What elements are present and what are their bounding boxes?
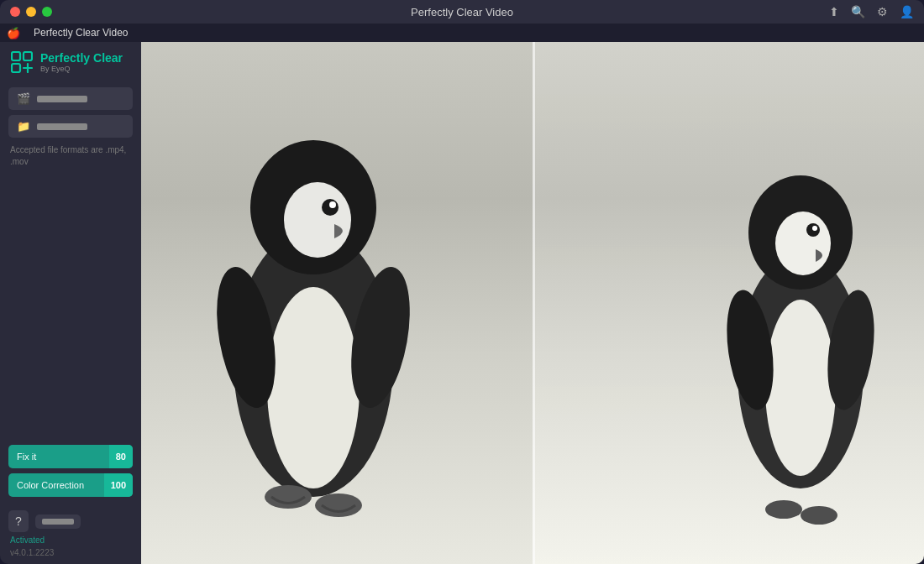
title-bar-icons: ⬆ 🔍 ⚙ 👤 xyxy=(829,5,914,18)
output-folder-button[interactable]: 📁 xyxy=(8,115,133,138)
fix-it-label: Fix it xyxy=(8,452,109,462)
output-folder-label xyxy=(37,123,87,130)
version-text: v4.0.1.2223 xyxy=(8,548,133,557)
svg-point-14 xyxy=(765,300,836,476)
penguin-right-image xyxy=(717,128,885,564)
folder-icon: 📁 xyxy=(17,120,30,133)
menu-bar: 🍎 Perfectly Clear Video xyxy=(0,24,924,42)
main-layout: Perfectly Clear By EyeQ 🎬 📁 Accepted fil… xyxy=(0,42,924,564)
logo-icon xyxy=(10,50,34,74)
sidebar: Perfectly Clear By EyeQ 🎬 📁 Accepted fil… xyxy=(0,42,141,564)
export-button[interactable] xyxy=(35,514,81,529)
accepted-formats-text: Accepted file formats are .mp4, .mov xyxy=(0,141,141,175)
input-video-label xyxy=(37,96,87,102)
svg-point-18 xyxy=(812,226,817,231)
user-icon[interactable]: 👤 xyxy=(900,5,914,18)
svg-rect-0 xyxy=(12,52,20,60)
logo-text: Perfectly Clear By EyeQ xyxy=(40,51,123,74)
search-icon[interactable]: 🔍 xyxy=(851,5,865,18)
logo-text-main: Perfectly Clear xyxy=(40,51,123,65)
window-controls[interactable] xyxy=(10,7,52,17)
title-bar: Perfectly Clear Video ⬆ 🔍 ⚙ 👤 xyxy=(0,0,924,24)
input-video-button[interactable]: 🎬 xyxy=(8,87,133,110)
svg-point-7 xyxy=(322,199,339,216)
activated-text: Activated xyxy=(8,535,133,545)
svg-point-8 xyxy=(329,201,336,208)
minimize-button[interactable] xyxy=(26,7,36,17)
svg-point-21 xyxy=(765,500,802,519)
fix-it-slider[interactable]: Fix it 80 xyxy=(8,445,133,468)
penguin-left-image xyxy=(196,77,431,564)
sidebar-spacer xyxy=(0,175,141,440)
fix-it-value: 80 xyxy=(109,445,133,468)
sidebar-bottom: ? Activated v4.0.1.2223 xyxy=(0,504,141,564)
settings-icon[interactable]: ⚙ xyxy=(877,5,888,18)
maximize-button[interactable] xyxy=(42,7,52,17)
bottom-btn-row: ? xyxy=(8,510,133,532)
logo-area: Perfectly Clear By EyeQ xyxy=(0,42,141,82)
svg-rect-2 xyxy=(12,64,20,72)
help-button[interactable]: ? xyxy=(8,510,29,532)
svg-rect-1 xyxy=(24,52,32,60)
svg-point-4 xyxy=(267,287,360,488)
color-correction-slider[interactable]: Color Correction 100 xyxy=(8,473,133,497)
split-divider[interactable] xyxy=(533,42,535,564)
svg-point-6 xyxy=(284,182,351,258)
color-correction-value: 100 xyxy=(104,473,133,497)
sliders-section: Fix it 80 Color Correction 100 xyxy=(0,440,141,504)
apple-menu[interactable]: 🍎 xyxy=(7,27,20,39)
split-left-panel xyxy=(141,42,533,564)
file-buttons: 🎬 📁 xyxy=(0,82,141,141)
svg-point-16 xyxy=(775,212,831,275)
share-icon[interactable]: ⬆ xyxy=(829,5,839,18)
svg-point-22 xyxy=(801,506,837,525)
logo-text-sub: By EyeQ xyxy=(40,65,123,73)
color-correction-label: Color Correction xyxy=(8,480,104,490)
video-icon: 🎬 xyxy=(17,92,30,105)
content-area xyxy=(141,42,924,564)
export-label xyxy=(42,519,74,525)
close-button[interactable] xyxy=(10,7,20,17)
split-right-panel xyxy=(533,42,924,564)
window-title: Perfectly Clear Video xyxy=(411,6,513,18)
help-icon: ? xyxy=(15,514,22,528)
menu-app-name[interactable]: Perfectly Clear Video xyxy=(34,27,129,39)
